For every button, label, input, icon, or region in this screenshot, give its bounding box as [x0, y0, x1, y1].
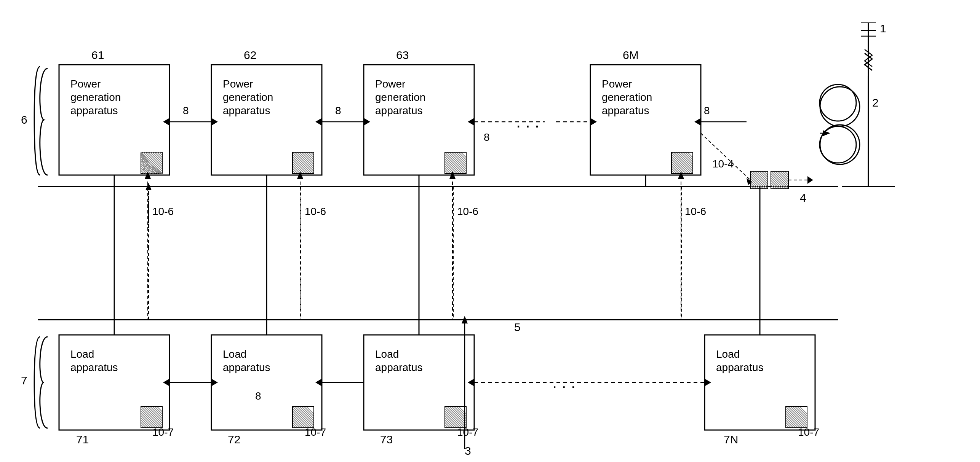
svg-text:apparatus: apparatus — [70, 105, 118, 116]
svg-text:8: 8 — [704, 105, 710, 116]
svg-text:Power: Power — [602, 78, 632, 90]
svg-text:Power: Power — [375, 78, 405, 90]
svg-text:generation: generation — [223, 91, 273, 103]
svg-text:1: 1 — [880, 22, 886, 35]
svg-text:Load: Load — [716, 348, 740, 360]
svg-text:. . .: . . . — [516, 112, 539, 131]
svg-text:10-6: 10-6 — [305, 206, 326, 217]
svg-text:10-7: 10-7 — [457, 426, 478, 438]
svg-text:Power: Power — [70, 78, 101, 90]
svg-text:4: 4 — [800, 191, 806, 204]
svg-text:apparatus: apparatus — [375, 362, 423, 373]
svg-text:apparatus: apparatus — [602, 105, 649, 116]
svg-text:Power: Power — [223, 78, 253, 90]
svg-text:Load: Load — [375, 348, 399, 360]
svg-text:apparatus: apparatus — [223, 362, 270, 373]
svg-text:5: 5 — [514, 321, 521, 333]
svg-text:Load: Load — [70, 348, 94, 360]
svg-text:apparatus: apparatus — [70, 362, 118, 373]
svg-text:apparatus: apparatus — [375, 105, 423, 116]
svg-text:10-4: 10-4 — [712, 158, 734, 170]
svg-text:61: 61 — [91, 49, 104, 61]
svg-text:generation: generation — [375, 91, 425, 103]
svg-text:8: 8 — [183, 105, 189, 116]
svg-text:8: 8 — [484, 131, 490, 143]
svg-text:10-7: 10-7 — [798, 426, 819, 438]
svg-text:generation: generation — [70, 91, 121, 103]
svg-text:71: 71 — [76, 433, 89, 446]
svg-text:10-6: 10-6 — [152, 206, 174, 217]
svg-text:7: 7 — [21, 374, 27, 387]
svg-text:8: 8 — [335, 105, 341, 116]
svg-text:8: 8 — [255, 390, 261, 402]
svg-text:10-6: 10-6 — [457, 206, 478, 217]
svg-text:10-7: 10-7 — [305, 426, 326, 438]
svg-text:. . .: . . . — [552, 373, 576, 392]
svg-text:apparatus: apparatus — [223, 105, 270, 116]
svg-text:6M: 6M — [623, 49, 639, 61]
svg-text:62: 62 — [244, 49, 256, 61]
svg-text:3: 3 — [465, 444, 471, 457]
svg-text:73: 73 — [380, 433, 393, 446]
svg-text:63: 63 — [396, 49, 409, 61]
svg-text:generation: generation — [602, 91, 652, 103]
svg-text:2: 2 — [872, 96, 879, 109]
svg-text:7N: 7N — [724, 433, 738, 446]
svg-text:10-7: 10-7 — [152, 426, 174, 438]
svg-text:apparatus: apparatus — [716, 362, 764, 373]
svg-text:6: 6 — [21, 113, 27, 126]
svg-text:72: 72 — [228, 433, 240, 446]
svg-text:10-6: 10-6 — [685, 206, 706, 217]
svg-text:Load: Load — [223, 348, 246, 360]
